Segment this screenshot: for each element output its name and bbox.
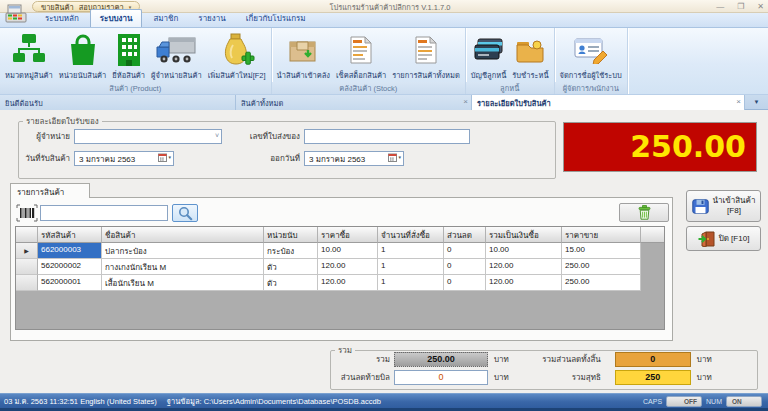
grid-cell[interactable]: 120.00 [318,275,378,291]
grid-col-header[interactable]: ราคาซื้อ [318,227,378,243]
statusbar-datetime: 03 ม.ค. 2563 11:32:51 English (United St… [4,395,157,407]
barcode-input[interactable] [40,205,168,221]
currency-label: บาท [494,371,509,384]
tab-close-icon[interactable]: × [736,97,741,106]
grid-cell[interactable]: 120.00 [318,259,378,275]
close-button[interactable]: ✕ [757,2,764,11]
row-selector-icon[interactable]: ▶ [16,243,38,259]
stock-check-button[interactable]: เช็คสต็อกสินค้า [333,29,389,82]
grid-col-header[interactable]: ส่วนลด [444,227,486,243]
ribbon: หมวดหมู่สินค้า หน่วยนับสินค้า [0,28,768,95]
grid-col-header[interactable]: จำนวนที่สั่งซื้อ [378,227,444,243]
grid-col-header[interactable]: ราคาขาย [562,227,641,243]
menu-about[interactable]: เกี่ยวกับโปรแกรม [237,10,315,27]
exit-door-icon [698,231,715,247]
supplier-truck-icon [155,30,197,69]
tab-label: รายละเอียดใบรับสินค้า [477,97,551,109]
menu-reports[interactable]: รายงาน [189,10,234,27]
bill-discount-label: ส่วนลดท้ายบิล [340,371,390,384]
tablist-dropdown-icon[interactable]: ▼ [745,95,768,109]
ribbon-button-label: นำสินค้าเข้าคลัง [277,69,330,81]
grid-cell[interactable]: 662000003 [38,243,102,259]
receive-date-picker[interactable]: 3 มกราคม 2563 ▾ [74,151,174,166]
grid-col-header[interactable]: หน่วยนับ [264,227,318,243]
barcode-icon [16,204,38,224]
product-category-button[interactable]: หมวดหมู่สินค้า [2,29,56,82]
grid-cell[interactable]: 0 [444,243,486,259]
grid-cell[interactable]: 1 [378,259,444,275]
grid-cell[interactable]: 0 [444,275,486,291]
grid-cell[interactable]: กางเกงนักเรียน M [102,259,264,275]
tab-close-icon[interactable]: × [463,97,468,106]
menu-members[interactable]: สมาชิก [144,10,187,27]
supplier-combobox[interactable]: ˅ [74,129,222,144]
grid-header-filler [641,227,664,243]
close-form-button[interactable]: ปิด [F10] [686,226,761,251]
grid-cell[interactable]: 10.00 [318,243,378,259]
grid-cell[interactable]: 1 [378,275,444,291]
grid-cell[interactable]: 1 [378,243,444,259]
issue-date-label: ออกวันที่ [174,152,300,165]
grid-col-header[interactable]: รหัสสินค้า [38,227,102,243]
tab-all-products[interactable]: สินค้าทั้งหมด × [236,95,472,110]
menu-work-system[interactable]: ระบบงาน [90,9,143,27]
product-list-icon [414,30,438,69]
import-label: นำเข้าสินค้า [713,196,756,205]
add-new-product-button[interactable]: เพิ่มสินค้าใหม่[F2] [205,29,269,82]
total-discount-field: 0 [615,352,691,367]
grid-col-header[interactable]: ชื่อสินค้า [102,227,264,243]
issue-date-value: 3 มกราคม 2563 [309,155,365,164]
grid-cell[interactable]: 250.00 [562,259,641,275]
product-brand-button[interactable]: ยี่ห้อสินค้า [109,29,148,82]
grid-row: 562000001 เสื้อนักเรียน M ตัว 120.00 1 0… [16,275,664,291]
ribbon-button-label: หน่วยนับสินค้า [59,69,107,81]
ribbon-button-label: จัดการชื่อผู้ใช้ระบบ [560,69,622,81]
grid-cell[interactable]: 120.00 [486,275,562,291]
statusbar: 03 ม.ค. 2563 11:32:51 English (United St… [0,393,768,411]
debtor-account-button[interactable]: บัญชีลูกหนี้ [468,29,509,82]
grid-cell[interactable]: ตัว [264,259,318,275]
product-list-button[interactable]: รายการสินค้าทั้งหมด [389,29,463,82]
minimize-button[interactable]: — [716,2,724,11]
issue-date-picker[interactable]: 3 มกราคม 2563 ▾ [304,151,404,166]
menu-main-system[interactable]: ระบบหลัก [36,10,88,27]
grid-cell[interactable]: 10.00 [486,243,562,259]
grid-cell[interactable]: 15.00 [562,243,641,259]
delivery-no-input[interactable] [304,129,470,144]
tab-welcome[interactable]: ยินดีต้อนรับ [0,95,236,110]
cash-register-icon [3,1,29,25]
grid-cell[interactable]: 250.00 [562,275,641,291]
product-unit-button[interactable]: หน่วยนับสินค้า [56,29,110,82]
grid-cell[interactable]: กระป๋อง [264,243,318,259]
bill-discount-input[interactable]: 0 [394,370,488,385]
num-toggle[interactable]: ON [726,396,762,407]
receive-payment-button[interactable]: รับชำระหนี้ [509,29,551,82]
grid-col-header[interactable]: รวมเป็นเงินซื้อ [486,227,562,243]
product-supplier-button[interactable]: ผู้จำหน่ายสินค้า [148,29,205,82]
grid-cell[interactable]: ตัว [264,275,318,291]
delete-row-button[interactable] [619,203,669,222]
grid-cell[interactable]: 0 [444,259,486,275]
row-selector[interactable] [16,275,38,291]
manage-users-button[interactable]: จัดการชื่อผู้ใช้ระบบ [557,29,625,82]
items-panel-tab[interactable]: รายการสินค้า [10,183,90,198]
currency-label: บาท [697,371,712,384]
app-icon[interactable] [3,1,29,27]
grid-cell[interactable]: ปลากระป๋อง [102,243,264,259]
grid-cell[interactable]: 562000001 [38,275,102,291]
calendar-dropdown-icon: ▾ [158,153,171,162]
grid-cell[interactable]: เสื้อนักเรียน M [102,275,264,291]
total-discount-label: รวมส่วนลดทั้งสิ้น [509,353,601,366]
caps-toggle[interactable]: OFF [666,396,702,407]
row-selector[interactable] [16,259,38,275]
grid-cell[interactable]: 562000002 [38,259,102,275]
search-button[interactable] [172,204,198,222]
import-products-button[interactable]: นำเข้าสินค้า [F8] [686,190,761,222]
receipt-detail-group: รายละเอียดใบรับของ [18,115,556,179]
stock-in-button[interactable]: นำสินค้าเข้าคลัง [274,29,333,82]
net-total-field: 250 [615,370,691,385]
maximize-button[interactable]: ❐ [737,2,744,11]
tab-receipt-detail[interactable]: รายละเอียดใบรับสินค้า × [472,95,745,110]
unit-bag-icon [65,30,101,69]
grid-cell[interactable]: 120.00 [486,259,562,275]
